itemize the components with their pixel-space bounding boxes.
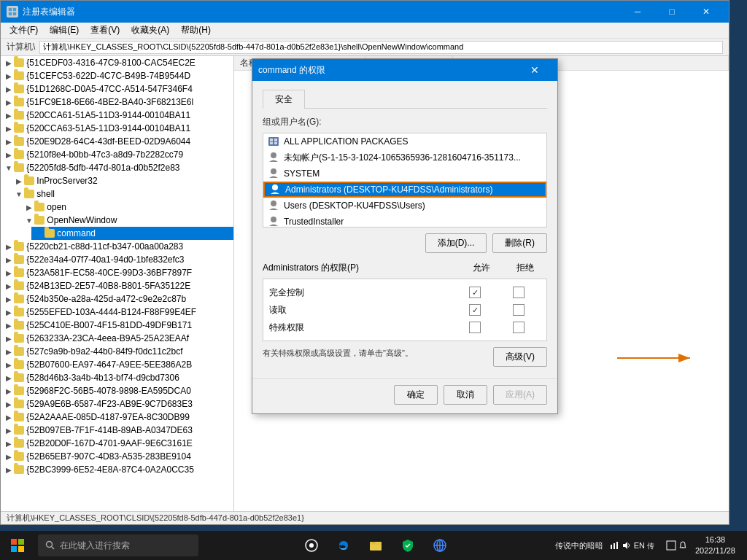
- folder-icon: [14, 413, 24, 421]
- tree-item[interactable]: ▶ {524b350e-a28a-425d-a472-c9e2e2c87b: [1, 292, 233, 306]
- svg-rect-16: [11, 539, 17, 545]
- svg-rect-2: [9, 12, 12, 15]
- read-allow-checkbox[interactable]: [469, 304, 481, 316]
- tree-item[interactable]: ▶ {51FC9E18-6E66-4BE2-BA40-3F68213E6l: [1, 96, 233, 109]
- perm-dialog-title: command 的权限: [258, 64, 518, 77]
- tree-item[interactable]: ▶ {52B65EB7-907C-4D83-A535-283BE9104: [1, 450, 233, 463]
- perm-close-button[interactable]: ✕: [518, 59, 551, 81]
- tree-item[interactable]: ▶ {52A2AAAE-085D-4187-97EA-8C30DB99: [1, 411, 233, 424]
- tree-item[interactable]: ▶ {520CCA63-51A5-11D3-9144-00104BA11: [1, 122, 233, 135]
- tree-item[interactable]: ▶ {5263233A-23CA-4eea-B9A5-25A23EAAf: [1, 332, 233, 345]
- tree-item[interactable]: ▶ {51D1268C-D0A5-47CC-A514-547F346F4: [1, 82, 233, 96]
- notification-icon: [678, 540, 688, 551]
- menu-edit[interactable]: 编辑(E): [44, 23, 85, 38]
- user-item-administrators[interactable]: Administrators (DESKTOP-KU4FDSS\Administ…: [263, 182, 546, 198]
- folder-icon: [14, 465, 24, 474]
- tree-item[interactable]: ▶ {529A9E6B-6587-4F23-AB9E-9C7D683E3: [1, 397, 233, 411]
- tree-item[interactable]: ▶ {525C410E-B007-4F15-81DD-49DF9B171: [1, 319, 233, 332]
- svg-rect-31: [616, 542, 618, 549]
- tree-item[interactable]: ▶ {52B097EB-7F1F-414B-89AB-A0347DE63: [1, 424, 233, 437]
- apply-button[interactable]: 应用(A): [493, 385, 547, 405]
- perm-titlebar: command 的权限 ✕: [252, 59, 557, 81]
- address-input[interactable]: 计算机\HKEY_CLASSES_ROOT\CLSID\{52205fd8-5d…: [39, 41, 723, 54]
- file-explorer-button[interactable]: [361, 531, 390, 560]
- tree-item[interactable]: ▶ {52968F2C-56B5-4078-9898-EA595DCA0: [1, 384, 233, 397]
- user-actions: 添加(D)... 删除(R): [263, 233, 547, 253]
- user-label: SYSTEM: [284, 168, 320, 179]
- folder-icon: [14, 295, 24, 303]
- tree-item[interactable]: ▶ {523A581F-EC58-40CE-99D3-36BF7897F: [1, 266, 233, 279]
- ok-button[interactable]: 确定: [394, 385, 438, 405]
- menu-help[interactable]: 帮助(H): [175, 23, 217, 38]
- clock[interactable]: 16:38 2022/11/28: [689, 534, 741, 557]
- folder-icon: [14, 347, 24, 356]
- tree-item[interactable]: ▶ {520CCA61-51A5-11D3-9144-00104BA11: [1, 109, 233, 122]
- advanced-button[interactable]: 高级(V): [493, 347, 547, 367]
- tree-item[interactable]: ▶ {527c9a9b-b9a2-44b0-84f9-f0dc11c2bcf: [1, 345, 233, 358]
- minimize-button[interactable]: ─: [621, 1, 654, 23]
- taskbar: 在此键入进行搜索: [0, 531, 747, 560]
- add-user-button[interactable]: 添加(D)...: [425, 233, 487, 253]
- folder-icon: [14, 373, 24, 382]
- svg-rect-1: [13, 8, 16, 11]
- fullcontrol-allow-checkbox[interactable]: [469, 287, 481, 298]
- tree-item[interactable]: ▼ {52205fd8-5dfb-447d-801a-d0b52f2e83: [1, 161, 233, 174]
- tree-item[interactable]: ▶ {52B07600-EA97-4647-A9EE-5EE386A2B: [1, 358, 233, 371]
- task-view-button[interactable]: [297, 531, 326, 560]
- fullcontrol-deny-checkbox[interactable]: [513, 287, 525, 298]
- user-item-trustedinstaller[interactable]: TrustedInstaller: [263, 214, 546, 228]
- group-label: 组或用户名(G):: [263, 116, 547, 128]
- tree-item[interactable]: ▶ {52BC3999-6E52-4E8A-87C4-0A2A0CC35: [1, 463, 233, 476]
- svg-rect-0: [9, 8, 12, 11]
- special-deny-checkbox[interactable]: [513, 322, 525, 333]
- tree-item-shell[interactable]: ▼ shell: [11, 187, 233, 201]
- read-deny-checkbox[interactable]: [513, 304, 525, 316]
- tree-item[interactable]: ▶ {520E9D28-64C4-43df-BEED-02D9A6044: [1, 135, 233, 148]
- special-allow-checkbox[interactable]: [469, 322, 481, 333]
- window-controls: ─ □ ✕: [621, 1, 723, 23]
- tree-item[interactable]: ▶ {51CEDF03-4316-47C9-8100-CAC54EC2E: [1, 56, 233, 69]
- tree-item[interactable]: ▶ {524B13ED-2E57-40B8-B801-5FA35122E: [1, 279, 233, 292]
- tree-item[interactable]: ▶ {5210f8e4-b0bb-47c3-a8d9-7b2282cc79: [1, 148, 233, 161]
- tree-item[interactable]: ▶ InProcServer32: [11, 174, 233, 187]
- tree-item[interactable]: ▶ {5220cb21-c88d-11cf-b347-00aa00a283: [1, 240, 233, 253]
- user-item-system[interactable]: SYSTEM: [263, 166, 546, 182]
- menu-view[interactable]: 查看(V): [85, 23, 125, 38]
- cancel-button[interactable]: 取消: [444, 385, 487, 405]
- user-label: TrustedInstaller: [284, 217, 344, 227]
- folder-icon: [14, 386, 24, 395]
- tree-item[interactable]: ▶ {528d46b3-3a4b-4b13-bf74-d9cbd7306: [1, 371, 233, 384]
- desktop: 注册表编辑器 ─ □ ✕ 文件(F) 编辑(E) 查看(V) 收藏夹(A) 帮助…: [0, 0, 747, 560]
- start-button[interactable]: [0, 531, 35, 560]
- user-item-users[interactable]: Users (DESKTOP-KU4FDSS\Users): [263, 198, 546, 214]
- network-button[interactable]: [425, 531, 454, 560]
- menu-favorites[interactable]: 收藏夹(A): [125, 23, 175, 38]
- remove-user-button[interactable]: 删除(R): [492, 233, 547, 253]
- perm-allow-cell: [453, 322, 497, 333]
- tree-item[interactable]: ▶ {51CEFC53-622D-4C7C-B49B-74B9544D: [1, 69, 233, 82]
- tree-item[interactable]: ▶ {5255EFED-103A-4444-B124-F88F99E4EF: [1, 306, 233, 319]
- maximize-button[interactable]: □: [655, 1, 689, 23]
- menu-file[interactable]: 文件(F): [4, 23, 44, 38]
- svg-marker-32: [623, 542, 627, 549]
- edge-button[interactable]: [329, 531, 358, 560]
- tree-item[interactable]: ▶ {52B20D0F-167D-4701-9AAF-9E6C3161E: [1, 437, 233, 450]
- security-button[interactable]: [393, 531, 422, 560]
- user-item-unknown[interactable]: 未知帐户(S-1-15-3-1024-1065365936-1281604716…: [263, 149, 546, 166]
- addressbar: 计算机\ 计算机\HKEY_CLASSES_ROOT\CLSID\{52205f…: [1, 39, 729, 56]
- svg-point-12: [271, 201, 276, 206]
- folder-icon: [14, 321, 24, 330]
- task-view-icon: [304, 538, 319, 553]
- tree-item-open[interactable]: ▶ open: [21, 201, 233, 214]
- taskbar-apps: [198, 531, 554, 560]
- tree-item-opennewwindow[interactable]: ▼ OpenNewWindow: [21, 214, 233, 227]
- close-button[interactable]: ✕: [689, 1, 723, 23]
- tab-security[interactable]: 安全: [263, 90, 305, 109]
- taskbar-search[interactable]: 在此键入进行搜索: [38, 534, 198, 556]
- tree-item-command[interactable]: command: [31, 227, 233, 240]
- trustedinstaller-icon: [268, 216, 279, 228]
- user-label: ALL APPLICATION PACKAGES: [284, 136, 409, 147]
- user-item-all-app[interactable]: ALL APPLICATION PACKAGES: [263, 133, 546, 149]
- unknown-account-icon: [268, 152, 279, 163]
- tree-item[interactable]: ▶ {522e34a4-07f7-40a1-94d0-1bfe832efc3: [1, 253, 233, 266]
